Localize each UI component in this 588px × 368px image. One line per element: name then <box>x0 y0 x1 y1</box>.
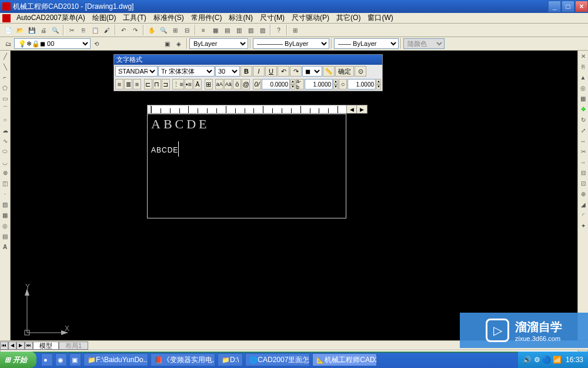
menu-dim[interactable]: 尺寸(M) <box>256 13 288 23</box>
color-box-select[interactable]: ◼ <box>302 66 322 77</box>
ssm-icon[interactable]: ▥ <box>233 25 244 35</box>
undo-icon[interactable]: ↶ <box>118 25 129 35</box>
array-icon[interactable]: ▦ <box>578 93 588 104</box>
plotstyle-select[interactable]: 随颜色 <box>403 38 445 49</box>
options-button[interactable]: ⊙ <box>355 66 366 77</box>
block-icon[interactable]: ◫ <box>0 178 10 188</box>
calc-icon[interactable]: ▨ <box>257 25 268 35</box>
layer-iso-icon[interactable]: ▣ <box>162 38 172 49</box>
tp-icon[interactable]: ▤ <box>222 25 232 35</box>
lineweight-select[interactable]: —— ByLayer <box>334 38 399 49</box>
ruler-right-button[interactable]: ▶ <box>357 105 368 114</box>
offset-icon[interactable]: ◎ <box>578 82 588 93</box>
menu-common[interactable]: 常用件(C) <box>188 13 226 23</box>
close-button[interactable]: × <box>575 1 588 12</box>
ellipse-arc-icon[interactable]: ◡ <box>0 157 10 167</box>
menu-standard[interactable]: 标准件(S) <box>150 13 188 23</box>
stretch-icon[interactable]: ↔ <box>578 135 588 146</box>
copy-icon[interactable]: ⎘ <box>78 25 89 35</box>
oblique-input[interactable] <box>262 79 290 89</box>
pline-icon[interactable]: ⌐ <box>0 72 10 82</box>
numbered-list-icon[interactable]: ⋮≡ <box>172 79 183 89</box>
mirror-icon[interactable]: ▲ <box>578 72 588 82</box>
redo-icon[interactable]: ↷ <box>130 25 141 35</box>
spline-icon[interactable]: ∿ <box>0 135 10 146</box>
ql-3[interactable]: ▣ <box>69 353 81 366</box>
layer-prev-icon[interactable]: ⟲ <box>91 38 102 49</box>
align-center-icon[interactable]: ≣ <box>124 79 132 89</box>
overline-icon[interactable]: ō <box>233 79 241 89</box>
tab-first-button[interactable]: ⏮ <box>0 342 8 350</box>
win-icon[interactable]: ⊞ <box>290 25 300 35</box>
justify-tr-icon[interactable]: ⊐ <box>162 79 170 89</box>
undo-text-button[interactable]: ↶ <box>278 66 289 77</box>
text-ruler[interactable] <box>147 105 357 114</box>
mark-icon[interactable]: ▧ <box>245 25 256 35</box>
task-2[interactable]: 📕 《变频器实用电... <box>151 353 215 366</box>
trim-icon[interactable]: ✂ <box>578 146 588 157</box>
tab-next-button[interactable]: ▶ <box>16 342 25 350</box>
justify-tc-icon[interactable]: ⊓ <box>153 79 161 89</box>
align-left-icon[interactable]: ≡ <box>115 79 123 89</box>
bold-button[interactable]: B <box>240 66 252 77</box>
bullet-list-icon[interactable]: •≡ <box>185 79 193 89</box>
symbol-Aa-icon[interactable]: Aā <box>224 79 232 89</box>
pan-icon[interactable]: ✋ <box>146 25 157 35</box>
mtext-editor[interactable]: ABCDE ABCDE <box>147 114 346 218</box>
font-select[interactable]: Tr 宋体宋体 <box>158 66 215 77</box>
erase-icon[interactable]: ✕ <box>578 51 588 61</box>
revcloud-icon[interactable]: ☁ <box>0 125 10 135</box>
paste-icon[interactable]: 📋 <box>90 25 101 35</box>
region-icon[interactable]: ◎ <box>0 220 10 231</box>
menu-window[interactable]: 窗口(W) <box>364 13 396 23</box>
cut-icon[interactable]: ✂ <box>66 25 77 35</box>
width-spinner[interactable]: ▲▼ <box>376 79 381 89</box>
task-5[interactable]: 📐 机械工程师CAD2... <box>312 353 377 366</box>
dc-icon[interactable]: ▦ <box>210 25 220 35</box>
line-icon[interactable]: ╱ <box>0 51 10 61</box>
tab-layout1[interactable]: 布局1 <box>59 342 88 350</box>
tab-last-button[interactable]: ⏭ <box>25 342 33 350</box>
ql-2[interactable]: ◉ <box>55 353 67 366</box>
ql-1[interactable]: ● <box>41 353 53 366</box>
fillet-icon[interactable]: ◜ <box>578 210 588 220</box>
layer-mgr-icon[interactable]: 🗂 <box>3 38 14 49</box>
redo-text-button[interactable]: ↷ <box>290 66 302 77</box>
explode-icon[interactable]: ✦ <box>578 220 588 231</box>
print-icon[interactable]: 🖨 <box>38 25 49 35</box>
insert-icon[interactable]: ⊕ <box>0 167 10 178</box>
tray-icons[interactable]: 🔊 ⚙ 🔵 📶 <box>523 356 566 364</box>
justify-tl-icon[interactable]: ⊏ <box>144 79 152 89</box>
system-tray[interactable]: 🔊 ⚙ 🔵 📶 16:33 <box>518 352 588 368</box>
help-icon[interactable]: ? <box>273 25 284 35</box>
tracking-icon[interactable]: a-b <box>296 79 304 89</box>
arc-icon[interactable]: ⌒ <box>0 104 10 114</box>
polygon-icon[interactable]: ⬠ <box>0 82 10 93</box>
ruler-button[interactable]: 📏 <box>323 66 335 77</box>
break2-icon[interactable]: ⊡ <box>578 178 588 188</box>
menu-other[interactable]: 其它(O) <box>333 13 364 23</box>
menu-draw[interactable]: 绘图(D) <box>89 13 120 23</box>
start-button[interactable]: ⊞ 开始 <box>0 352 36 368</box>
task-1[interactable]: 📁 F:\BaiduYunDo... <box>83 353 148 366</box>
table-icon[interactable]: ▤ <box>0 231 10 241</box>
italic-button[interactable]: I <box>253 66 265 77</box>
text-style-select[interactable]: STANDARD <box>115 66 158 77</box>
tab-model[interactable]: 模型 <box>33 342 59 350</box>
symbol-aA-icon[interactable]: aA <box>215 79 223 89</box>
width-factor-icon[interactable]: ○ <box>339 79 347 89</box>
menu-annot[interactable]: 标注(N) <box>225 13 256 23</box>
mtext-icon[interactable]: A <box>0 241 10 252</box>
open-icon[interactable]: 📂 <box>15 25 25 35</box>
ellipse-icon[interactable]: ⬭ <box>0 146 10 157</box>
layer-select[interactable]: 💡❄🔒◼ 00 <box>14 38 91 49</box>
move-icon[interactable]: ✥ <box>578 104 588 114</box>
width-input[interactable] <box>348 79 376 89</box>
underline-button[interactable]: U <box>265 66 277 77</box>
align-right-icon[interactable]: ≡ <box>133 79 141 89</box>
task-3[interactable]: 📁 D:\ <box>218 353 243 366</box>
drawing-canvas[interactable]: 文字格式 STANDARD Tr 宋体宋体 30 B I U ↶ ↷ ◼ 📏 确… <box>11 51 577 340</box>
oblique-icon[interactable]: 0/ <box>253 79 261 89</box>
zoom-win-icon[interactable]: ⊞ <box>170 25 181 35</box>
xline-icon[interactable]: ╲ <box>0 61 10 72</box>
